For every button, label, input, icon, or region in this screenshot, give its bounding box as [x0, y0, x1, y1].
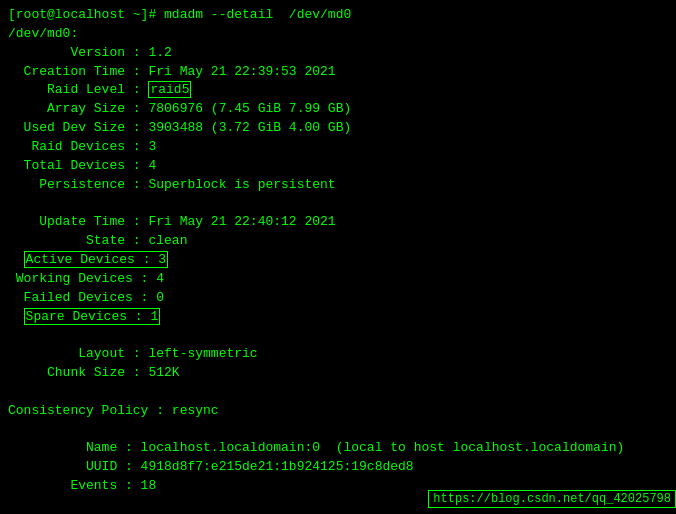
total-devices-line: Total Devices : 4 — [8, 157, 668, 176]
empty-3 — [8, 383, 668, 402]
version-line: Version : 1.2 — [8, 44, 668, 63]
empty-1 — [8, 194, 668, 213]
spare-devices-badge: Spare Devices : 1 — [24, 308, 161, 325]
terminal-window: [root@localhost ~]# mdadm --detail /dev/… — [8, 6, 668, 514]
raid-level-badge: raid5 — [148, 81, 191, 98]
raid-devices-line: Raid Devices : 3 — [8, 138, 668, 157]
chunk-size-line: Chunk Size : 512K — [8, 364, 668, 383]
update-time-line: Update Time : Fri May 21 22:40:12 2021 — [8, 213, 668, 232]
active-devices-badge: Active Devices : 3 — [24, 251, 168, 268]
empty-4 — [8, 421, 668, 440]
device-header: /dev/md0: — [8, 25, 668, 44]
persistence-line: Persistence : Superblock is persistent — [8, 176, 668, 195]
url-watermark: https://blog.csdn.net/qq_42025798 — [428, 490, 676, 508]
creation-time-line: Creation Time : Fri May 21 22:39:53 2021 — [8, 63, 668, 82]
consistency-policy-line: Consistency Policy : resync — [8, 402, 668, 421]
layout-line: Layout : left-symmetric — [8, 345, 668, 364]
array-size-line: Array Size : 7806976 (7.45 GiB 7.99 GB) — [8, 100, 668, 119]
failed-devices-line: Failed Devices : 0 — [8, 289, 668, 308]
state-line: State : clean — [8, 232, 668, 251]
name-line: Name : localhost.localdomain:0 (local to… — [8, 439, 668, 458]
working-devices-line: Working Devices : 4 — [8, 270, 668, 289]
raid-level-line: Raid Level : raid5 — [8, 81, 668, 100]
empty-2 — [8, 326, 668, 345]
uuid-line: UUID : 4918d8f7:e215de21:1b924125:19c8de… — [8, 458, 668, 477]
active-devices-line: Active Devices : 3 — [8, 251, 668, 270]
used-dev-size-line: Used Dev Size : 3903488 (3.72 GiB 4.00 G… — [8, 119, 668, 138]
prompt-top: [root@localhost ~]# mdadm --detail /dev/… — [8, 6, 668, 25]
spare-devices-line: Spare Devices : 1 — [8, 308, 668, 327]
